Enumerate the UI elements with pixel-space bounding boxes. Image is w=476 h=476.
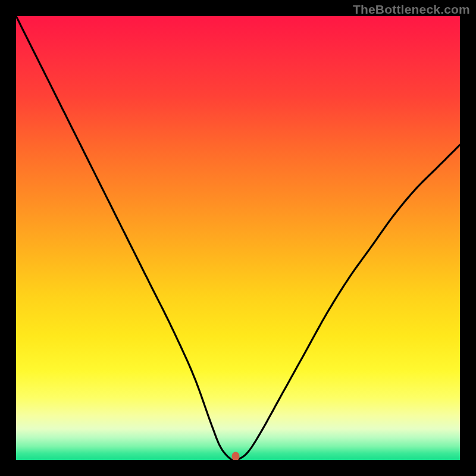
chart-frame: TheBottleneck.com [0, 0, 476, 476]
plot-area [16, 16, 460, 460]
watermark-text: TheBottleneck.com [353, 2, 470, 17]
bottleneck-curve-path [16, 16, 460, 460]
minimum-marker [232, 452, 240, 460]
curve-svg [16, 16, 460, 460]
